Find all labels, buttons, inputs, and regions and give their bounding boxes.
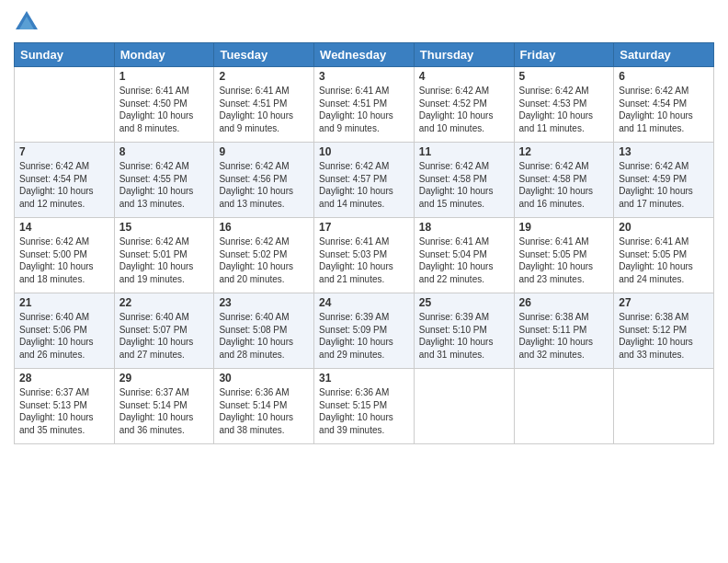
calendar-week-row: 28Sunrise: 6:37 AMSunset: 5:13 PMDayligh… — [15, 369, 714, 444]
day-info: Sunrise: 6:41 AMSunset: 5:05 PMDaylight:… — [519, 236, 609, 285]
calendar-cell: 7Sunrise: 6:42 AMSunset: 4:54 PMDaylight… — [15, 143, 115, 218]
day-info: Sunrise: 6:41 AMSunset: 4:51 PMDaylight:… — [319, 85, 409, 134]
day-number: 28 — [19, 372, 109, 385]
day-number: 2 — [219, 70, 309, 83]
day-info: Sunrise: 6:41 AMSunset: 5:04 PMDaylight:… — [419, 236, 509, 285]
day-info: Sunrise: 6:41 AMSunset: 4:50 PMDaylight:… — [119, 85, 210, 134]
calendar-cell: 16Sunrise: 6:42 AMSunset: 5:02 PMDayligh… — [214, 218, 314, 293]
day-number: 29 — [119, 372, 210, 385]
day-info: Sunrise: 6:36 AMSunset: 5:14 PMDaylight:… — [219, 386, 309, 436]
day-number: 25 — [419, 296, 509, 309]
header — [14, 9, 714, 35]
day-info: Sunrise: 6:42 AMSunset: 4:53 PMDaylight:… — [519, 85, 609, 134]
calendar-cell: 9Sunrise: 6:42 AMSunset: 4:56 PMDaylight… — [214, 143, 314, 218]
day-number: 5 — [519, 70, 609, 83]
day-number: 11 — [419, 145, 509, 158]
day-info: Sunrise: 6:42 AMSunset: 5:02 PMDaylight:… — [219, 236, 309, 285]
day-number: 26 — [519, 296, 609, 309]
day-info: Sunrise: 6:42 AMSunset: 4:54 PMDaylight:… — [19, 160, 109, 210]
calendar-cell: 14Sunrise: 6:42 AMSunset: 5:00 PMDayligh… — [15, 218, 115, 293]
day-info: Sunrise: 6:39 AMSunset: 5:09 PMDaylight:… — [319, 311, 409, 361]
logo — [14, 9, 43, 35]
calendar-cell: 23Sunrise: 6:40 AMSunset: 5:08 PMDayligh… — [214, 293, 314, 369]
calendar-cell — [15, 67, 115, 143]
calendar-cell: 3Sunrise: 6:41 AMSunset: 4:51 PMDaylight… — [314, 67, 415, 143]
day-number: 13 — [619, 145, 709, 158]
day-number: 17 — [319, 221, 409, 234]
calendar-week-row: 21Sunrise: 6:40 AMSunset: 5:06 PMDayligh… — [15, 293, 714, 369]
day-info: Sunrise: 6:40 AMSunset: 5:06 PMDaylight:… — [19, 311, 109, 361]
day-info: Sunrise: 6:39 AMSunset: 5:10 PMDaylight:… — [419, 311, 509, 361]
calendar-cell: 31Sunrise: 6:36 AMSunset: 5:15 PMDayligh… — [314, 369, 415, 444]
day-number: 1 — [119, 70, 210, 83]
calendar-cell: 15Sunrise: 6:42 AMSunset: 5:01 PMDayligh… — [114, 218, 214, 293]
day-info: Sunrise: 6:37 AMSunset: 5:13 PMDaylight:… — [19, 386, 109, 436]
day-number: 20 — [619, 221, 709, 234]
calendar-cell — [414, 369, 514, 444]
calendar-cell: 21Sunrise: 6:40 AMSunset: 5:06 PMDayligh… — [15, 293, 115, 369]
day-info: Sunrise: 6:36 AMSunset: 5:15 PMDaylight:… — [319, 386, 409, 436]
calendar-cell: 1Sunrise: 6:41 AMSunset: 4:50 PMDaylight… — [114, 67, 214, 143]
day-number: 4 — [419, 70, 509, 83]
weekday-header-thursday: Thursday — [414, 43, 514, 67]
day-number: 12 — [519, 145, 609, 158]
day-number: 8 — [119, 145, 210, 158]
calendar-header-row: SundayMondayTuesdayWednesdayThursdayFrid… — [15, 43, 714, 67]
day-number: 19 — [519, 221, 609, 234]
day-number: 10 — [319, 145, 409, 158]
day-info: Sunrise: 6:42 AMSunset: 4:58 PMDaylight:… — [519, 160, 609, 210]
calendar-cell: 4Sunrise: 6:42 AMSunset: 4:52 PMDaylight… — [414, 67, 514, 143]
calendar-cell: 6Sunrise: 6:42 AMSunset: 4:54 PMDaylight… — [614, 67, 714, 143]
calendar-week-row: 7Sunrise: 6:42 AMSunset: 4:54 PMDaylight… — [15, 143, 714, 218]
calendar-cell — [614, 369, 714, 444]
day-number: 31 — [319, 372, 409, 385]
calendar-cell: 2Sunrise: 6:41 AMSunset: 4:51 PMDaylight… — [214, 67, 314, 143]
day-info: Sunrise: 6:42 AMSunset: 4:59 PMDaylight:… — [619, 160, 709, 210]
day-info: Sunrise: 6:41 AMSunset: 4:51 PMDaylight:… — [219, 85, 309, 134]
day-number: 16 — [219, 221, 309, 234]
day-number: 18 — [419, 221, 509, 234]
day-number: 24 — [319, 296, 409, 309]
day-number: 21 — [19, 296, 109, 309]
weekday-header-friday: Friday — [514, 43, 614, 67]
day-info: Sunrise: 6:42 AMSunset: 4:56 PMDaylight:… — [219, 160, 309, 210]
day-info: Sunrise: 6:38 AMSunset: 5:12 PMDaylight:… — [619, 311, 709, 361]
day-number: 27 — [619, 296, 709, 309]
page: SundayMondayTuesdayWednesdayThursdayFrid… — [0, 0, 728, 563]
calendar-cell: 29Sunrise: 6:37 AMSunset: 5:14 PMDayligh… — [114, 369, 214, 444]
day-info: Sunrise: 6:37 AMSunset: 5:14 PMDaylight:… — [119, 386, 210, 436]
calendar-cell: 12Sunrise: 6:42 AMSunset: 4:58 PMDayligh… — [514, 143, 614, 218]
day-info: Sunrise: 6:41 AMSunset: 5:03 PMDaylight:… — [319, 236, 409, 285]
day-info: Sunrise: 6:42 AMSunset: 4:57 PMDaylight:… — [319, 160, 409, 210]
day-info: Sunrise: 6:42 AMSunset: 5:00 PMDaylight:… — [19, 236, 109, 285]
calendar-cell: 5Sunrise: 6:42 AMSunset: 4:53 PMDaylight… — [514, 67, 614, 143]
calendar-cell — [514, 369, 614, 444]
weekday-header-saturday: Saturday — [614, 43, 714, 67]
calendar-cell: 11Sunrise: 6:42 AMSunset: 4:58 PMDayligh… — [414, 143, 514, 218]
calendar-cell: 24Sunrise: 6:39 AMSunset: 5:09 PMDayligh… — [314, 293, 415, 369]
day-number: 3 — [319, 70, 409, 83]
calendar-cell: 17Sunrise: 6:41 AMSunset: 5:03 PMDayligh… — [314, 218, 415, 293]
calendar-week-row: 14Sunrise: 6:42 AMSunset: 5:00 PMDayligh… — [15, 218, 714, 293]
calendar-cell: 22Sunrise: 6:40 AMSunset: 5:07 PMDayligh… — [114, 293, 214, 369]
calendar-cell: 19Sunrise: 6:41 AMSunset: 5:05 PMDayligh… — [514, 218, 614, 293]
weekday-header-sunday: Sunday — [15, 43, 115, 67]
day-info: Sunrise: 6:41 AMSunset: 5:05 PMDaylight:… — [619, 236, 709, 285]
calendar-week-row: 1Sunrise: 6:41 AMSunset: 4:50 PMDaylight… — [15, 67, 714, 143]
day-number: 7 — [19, 145, 109, 158]
day-info: Sunrise: 6:38 AMSunset: 5:11 PMDaylight:… — [519, 311, 609, 361]
calendar-cell: 18Sunrise: 6:41 AMSunset: 5:04 PMDayligh… — [414, 218, 514, 293]
calendar-cell: 30Sunrise: 6:36 AMSunset: 5:14 PMDayligh… — [214, 369, 314, 444]
calendar-cell: 28Sunrise: 6:37 AMSunset: 5:13 PMDayligh… — [15, 369, 115, 444]
day-number: 30 — [219, 372, 309, 385]
calendar-cell: 13Sunrise: 6:42 AMSunset: 4:59 PMDayligh… — [614, 143, 714, 218]
day-number: 22 — [119, 296, 210, 309]
weekday-header-tuesday: Tuesday — [214, 43, 314, 67]
day-number: 6 — [619, 70, 709, 83]
day-info: Sunrise: 6:42 AMSunset: 4:54 PMDaylight:… — [619, 85, 709, 134]
day-info: Sunrise: 6:42 AMSunset: 4:52 PMDaylight:… — [419, 85, 509, 134]
calendar-table: SundayMondayTuesdayWednesdayThursdayFrid… — [14, 42, 714, 444]
calendar-cell: 10Sunrise: 6:42 AMSunset: 4:57 PMDayligh… — [314, 143, 415, 218]
calendar-cell: 26Sunrise: 6:38 AMSunset: 5:11 PMDayligh… — [514, 293, 614, 369]
calendar-cell: 8Sunrise: 6:42 AMSunset: 4:55 PMDaylight… — [114, 143, 214, 218]
